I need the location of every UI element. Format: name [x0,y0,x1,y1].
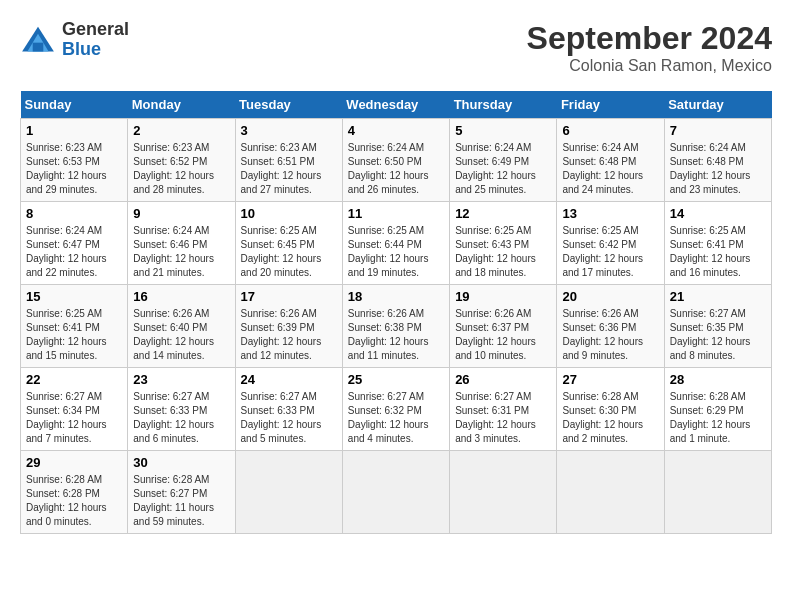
day-number: 19 [455,289,551,304]
day-number: 10 [241,206,337,221]
day-info: Sunrise: 6:25 AMSunset: 6:43 PMDaylight:… [455,224,551,280]
day-info: Sunrise: 6:24 AMSunset: 6:48 PMDaylight:… [670,141,766,197]
day-number: 8 [26,206,122,221]
calendar-cell: 18 Sunrise: 6:26 AMSunset: 6:38 PMDaylig… [342,285,449,368]
day-number: 1 [26,123,122,138]
day-info: Sunrise: 6:24 AMSunset: 6:46 PMDaylight:… [133,224,229,280]
calendar-cell: 9 Sunrise: 6:24 AMSunset: 6:46 PMDayligh… [128,202,235,285]
title-section: September 2024 Colonia San Ramon, Mexico [527,20,772,75]
day-number: 2 [133,123,229,138]
calendar-cell: 26 Sunrise: 6:27 AMSunset: 6:31 PMDaylig… [450,368,557,451]
day-info: Sunrise: 6:25 AMSunset: 6:42 PMDaylight:… [562,224,658,280]
day-number: 24 [241,372,337,387]
calendar-cell: 3 Sunrise: 6:23 AMSunset: 6:51 PMDayligh… [235,119,342,202]
calendar-cell: 23 Sunrise: 6:27 AMSunset: 6:33 PMDaylig… [128,368,235,451]
calendar-cell [664,451,771,534]
header-saturday: Saturday [664,91,771,119]
header-monday: Monday [128,91,235,119]
day-number: 16 [133,289,229,304]
day-number: 12 [455,206,551,221]
calendar-cell: 8 Sunrise: 6:24 AMSunset: 6:47 PMDayligh… [21,202,128,285]
month-title: September 2024 [527,20,772,57]
calendar-week-row: 8 Sunrise: 6:24 AMSunset: 6:47 PMDayligh… [21,202,772,285]
calendar-cell: 17 Sunrise: 6:26 AMSunset: 6:39 PMDaylig… [235,285,342,368]
calendar-cell [450,451,557,534]
calendar-week-row: 22 Sunrise: 6:27 AMSunset: 6:34 PMDaylig… [21,368,772,451]
day-number: 14 [670,206,766,221]
calendar-cell: 12 Sunrise: 6:25 AMSunset: 6:43 PMDaylig… [450,202,557,285]
calendar-cell: 6 Sunrise: 6:24 AMSunset: 6:48 PMDayligh… [557,119,664,202]
day-info: Sunrise: 6:26 AMSunset: 6:37 PMDaylight:… [455,307,551,363]
day-number: 17 [241,289,337,304]
day-info: Sunrise: 6:25 AMSunset: 6:44 PMDaylight:… [348,224,444,280]
day-info: Sunrise: 6:24 AMSunset: 6:47 PMDaylight:… [26,224,122,280]
day-number: 3 [241,123,337,138]
day-info: Sunrise: 6:24 AMSunset: 6:48 PMDaylight:… [562,141,658,197]
day-info: Sunrise: 6:25 AMSunset: 6:45 PMDaylight:… [241,224,337,280]
calendar-cell: 22 Sunrise: 6:27 AMSunset: 6:34 PMDaylig… [21,368,128,451]
day-number: 23 [133,372,229,387]
day-info: Sunrise: 6:24 AMSunset: 6:49 PMDaylight:… [455,141,551,197]
calendar-header-row: SundayMondayTuesdayWednesdayThursdayFrid… [21,91,772,119]
day-number: 15 [26,289,122,304]
calendar-table: SundayMondayTuesdayWednesdayThursdayFrid… [20,91,772,534]
calendar-cell: 2 Sunrise: 6:23 AMSunset: 6:52 PMDayligh… [128,119,235,202]
day-number: 5 [455,123,551,138]
day-number: 27 [562,372,658,387]
day-number: 30 [133,455,229,470]
calendar-week-row: 15 Sunrise: 6:25 AMSunset: 6:41 PMDaylig… [21,285,772,368]
day-number: 6 [562,123,658,138]
calendar-cell: 21 Sunrise: 6:27 AMSunset: 6:35 PMDaylig… [664,285,771,368]
calendar-cell: 27 Sunrise: 6:28 AMSunset: 6:30 PMDaylig… [557,368,664,451]
calendar-cell: 11 Sunrise: 6:25 AMSunset: 6:44 PMDaylig… [342,202,449,285]
calendar-cell: 29 Sunrise: 6:28 AMSunset: 6:28 PMDaylig… [21,451,128,534]
day-info: Sunrise: 6:27 AMSunset: 6:33 PMDaylight:… [133,390,229,446]
calendar-cell: 7 Sunrise: 6:24 AMSunset: 6:48 PMDayligh… [664,119,771,202]
header-friday: Friday [557,91,664,119]
logo-general-text: General [62,19,129,39]
day-number: 7 [670,123,766,138]
day-info: Sunrise: 6:27 AMSunset: 6:33 PMDaylight:… [241,390,337,446]
calendar-cell [557,451,664,534]
day-number: 22 [26,372,122,387]
day-number: 18 [348,289,444,304]
calendar-cell: 5 Sunrise: 6:24 AMSunset: 6:49 PMDayligh… [450,119,557,202]
day-info: Sunrise: 6:28 AMSunset: 6:30 PMDaylight:… [562,390,658,446]
calendar-cell: 15 Sunrise: 6:25 AMSunset: 6:41 PMDaylig… [21,285,128,368]
day-number: 29 [26,455,122,470]
calendar-cell: 13 Sunrise: 6:25 AMSunset: 6:42 PMDaylig… [557,202,664,285]
calendar-cell: 14 Sunrise: 6:25 AMSunset: 6:41 PMDaylig… [664,202,771,285]
day-number: 25 [348,372,444,387]
calendar-cell: 20 Sunrise: 6:26 AMSunset: 6:36 PMDaylig… [557,285,664,368]
day-info: Sunrise: 6:25 AMSunset: 6:41 PMDaylight:… [26,307,122,363]
calendar-week-row: 29 Sunrise: 6:28 AMSunset: 6:28 PMDaylig… [21,451,772,534]
day-info: Sunrise: 6:26 AMSunset: 6:38 PMDaylight:… [348,307,444,363]
calendar-cell: 30 Sunrise: 6:28 AMSunset: 6:27 PMDaylig… [128,451,235,534]
header-wednesday: Wednesday [342,91,449,119]
day-number: 9 [133,206,229,221]
day-info: Sunrise: 6:25 AMSunset: 6:41 PMDaylight:… [670,224,766,280]
header-thursday: Thursday [450,91,557,119]
calendar-cell: 25 Sunrise: 6:27 AMSunset: 6:32 PMDaylig… [342,368,449,451]
calendar-cell: 4 Sunrise: 6:24 AMSunset: 6:50 PMDayligh… [342,119,449,202]
location-title: Colonia San Ramon, Mexico [527,57,772,75]
day-number: 4 [348,123,444,138]
day-info: Sunrise: 6:28 AMSunset: 6:27 PMDaylight:… [133,473,229,529]
calendar-cell: 19 Sunrise: 6:26 AMSunset: 6:37 PMDaylig… [450,285,557,368]
day-number: 28 [670,372,766,387]
calendar-cell [235,451,342,534]
day-number: 11 [348,206,444,221]
day-info: Sunrise: 6:27 AMSunset: 6:34 PMDaylight:… [26,390,122,446]
day-info: Sunrise: 6:28 AMSunset: 6:29 PMDaylight:… [670,390,766,446]
day-info: Sunrise: 6:26 AMSunset: 6:40 PMDaylight:… [133,307,229,363]
calendar-cell [342,451,449,534]
day-info: Sunrise: 6:26 AMSunset: 6:39 PMDaylight:… [241,307,337,363]
calendar-cell: 28 Sunrise: 6:28 AMSunset: 6:29 PMDaylig… [664,368,771,451]
day-info: Sunrise: 6:27 AMSunset: 6:35 PMDaylight:… [670,307,766,363]
day-info: Sunrise: 6:28 AMSunset: 6:28 PMDaylight:… [26,473,122,529]
day-info: Sunrise: 6:27 AMSunset: 6:31 PMDaylight:… [455,390,551,446]
logo-icon [20,25,56,55]
day-number: 26 [455,372,551,387]
day-info: Sunrise: 6:26 AMSunset: 6:36 PMDaylight:… [562,307,658,363]
page-header: General Blue September 2024 Colonia San … [20,20,772,75]
